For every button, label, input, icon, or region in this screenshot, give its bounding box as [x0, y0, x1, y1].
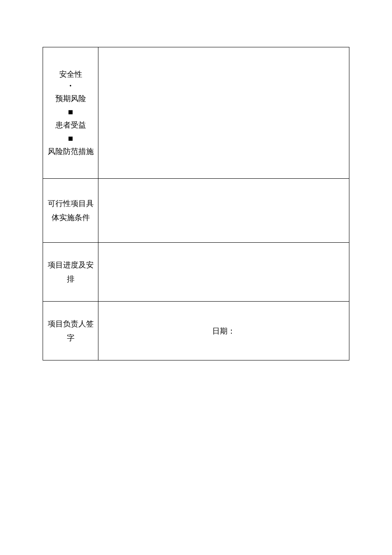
row-signature: 项目负责人签字 日期：	[43, 302, 349, 360]
form-table: 安全性 • 预期风险 ■ 患者受益 ■ 风险防范措施 可行性项目具体实施条件 项…	[43, 47, 349, 360]
label-signature: 项目负责人签字	[43, 302, 98, 360]
content-feasibility	[98, 179, 349, 243]
row-schedule: 项目进度及安排	[43, 243, 349, 302]
label-schedule-text: 项目进度及安排	[43, 258, 98, 286]
bullet-dot-icon: •	[69, 81, 72, 91]
bullet-square-icon-1: ■	[68, 106, 73, 118]
label-safety: 安全性 • 预期风险 ■ 患者受益 ■ 风险防范措施	[43, 47, 98, 179]
label-feasibility: 可行性项目具体实施条件	[43, 179, 98, 243]
bullet-square-icon-2: ■	[68, 132, 73, 144]
row-safety: 安全性 • 预期风险 ■ 患者受益 ■ 风险防范措施	[43, 47, 349, 179]
date-label: 日期：	[98, 326, 349, 336]
label-signature-text: 项目负责人签字	[43, 317, 98, 345]
label-prevention-line: 风险防范措施	[48, 144, 94, 159]
content-safety	[98, 47, 349, 179]
content-schedule	[98, 243, 349, 302]
row-feasibility: 可行性项目具体实施条件	[43, 179, 349, 243]
content-signature: 日期：	[98, 302, 349, 360]
label-feasibility-text: 可行性项目具体实施条件	[43, 197, 98, 224]
label-schedule: 项目进度及安排	[43, 243, 98, 302]
label-safety-inner: 安全性 • 预期风险 ■ 患者受益 ■ 风险防范措施	[43, 47, 98, 178]
label-safety-line1: 安全性	[59, 67, 82, 81]
label-benefit-line: 患者受益	[55, 118, 86, 132]
label-risk-line: 预期风险	[55, 91, 86, 106]
